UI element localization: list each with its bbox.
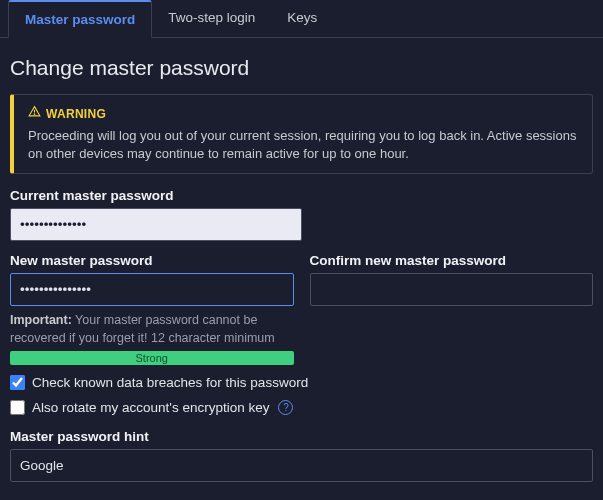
breach-check-label: Check known data breaches for this passw… [32, 375, 308, 390]
hint-group: Master password hint [10, 429, 593, 482]
hint-input[interactable] [10, 449, 593, 482]
warning-icon [28, 105, 41, 123]
new-password-group: New master password Important: Your mast… [10, 253, 294, 365]
warning-title-text: WARNING [46, 106, 106, 123]
warning-body: Proceeding will log you out of your curr… [28, 127, 578, 163]
confirm-password-label: Confirm new master password [310, 253, 594, 268]
tabs-bar: Master password Two-step login Keys [0, 0, 603, 38]
confirm-password-input[interactable] [310, 273, 594, 306]
tab-two-step-login[interactable]: Two-step login [152, 0, 271, 37]
current-password-label: Current master password [10, 188, 302, 203]
help-icon[interactable]: ? [278, 400, 293, 415]
content-area: Change master password WARNING Proceedin… [0, 38, 603, 500]
current-password-input[interactable] [10, 208, 302, 241]
warning-title-row: WARNING [28, 105, 578, 123]
tab-master-password[interactable]: Master password [8, 0, 152, 38]
breach-checkbox[interactable] [10, 375, 25, 390]
hint-label: Master password hint [10, 429, 593, 444]
breach-check-row: Check known data breaches for this passw… [10, 375, 593, 390]
new-password-row: New master password Important: Your mast… [10, 253, 593, 365]
new-password-input[interactable] [10, 273, 294, 306]
password-strength-label: Strong [136, 352, 168, 364]
current-password-group: Current master password [10, 188, 302, 241]
rotate-key-checkbox[interactable] [10, 400, 25, 415]
new-password-label: New master password [10, 253, 294, 268]
page-title: Change master password [10, 56, 593, 80]
password-strength-meter: Strong [10, 351, 294, 365]
svg-point-1 [34, 114, 35, 115]
warning-callout: WARNING Proceeding will log you out of y… [10, 94, 593, 174]
new-password-helptext: Important: Your master password cannot b… [10, 312, 294, 347]
rotate-key-label: Also rotate my account's encryption key [32, 400, 269, 415]
tab-keys[interactable]: Keys [271, 0, 333, 37]
important-label: Important: [10, 313, 72, 327]
rotate-key-row: Also rotate my account's encryption key … [10, 400, 593, 415]
confirm-password-group: Confirm new master password [310, 253, 594, 365]
